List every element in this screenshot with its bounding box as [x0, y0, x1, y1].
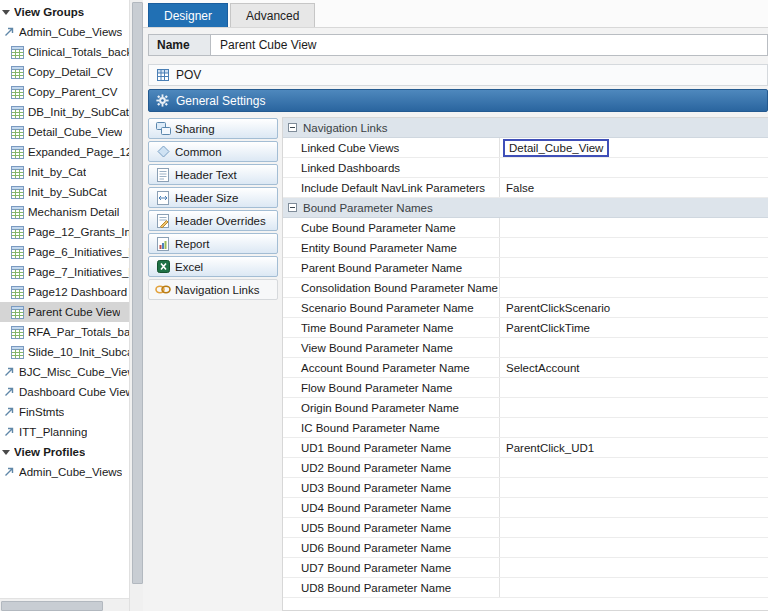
view-group-icon — [3, 366, 15, 378]
settings-menu-navigation-links[interactable]: Navigation Links — [148, 279, 278, 300]
tree-item-copy-detail-cv[interactable]: Copy_Detail_CV — [0, 62, 129, 82]
property-value[interactable]: SelectAccount — [499, 358, 768, 377]
tree-item-init-by-subcat[interactable]: Init_by_SubCat — [0, 182, 129, 202]
property-row-ud6-bound-parameter-name: UD6 Bound Parameter Name — [283, 538, 768, 558]
settings-menu-sharing[interactable]: Sharing — [148, 118, 278, 139]
property-name: Entity Bound Parameter Name — [283, 238, 499, 257]
tree-item-label: DB_Init_by_SubCat — [28, 106, 129, 118]
property-value[interactable] — [499, 378, 768, 397]
tree-item-admin-cube-views[interactable]: Admin_Cube_Views — [0, 22, 129, 42]
property-row-time-bound-parameter-name: Time Bound Parameter NameParentClickTime — [283, 318, 768, 338]
tree-item-view-profiles[interactable]: View Profiles — [0, 442, 129, 462]
tree-item-copy-parent-cv[interactable]: Copy_Parent_CV — [0, 82, 129, 102]
settings-menu-header-text[interactable]: Header Text — [148, 164, 278, 185]
property-value[interactable] — [499, 238, 768, 257]
settings-menu-header-size[interactable]: Header Size — [148, 187, 278, 208]
collapse-icon[interactable] — [288, 123, 297, 132]
tree-item-parent-cube-view[interactable]: Parent Cube View — [0, 302, 129, 322]
property-name: UD7 Bound Parameter Name — [283, 558, 499, 577]
general-settings-header[interactable]: General Settings — [148, 89, 768, 112]
common-icon — [154, 145, 172, 158]
tree-item-page-7-initiatives-by-subcat[interactable]: Page_7_Initiatives_by_SubCat — [0, 262, 129, 282]
sharing-icon — [154, 122, 172, 135]
tree-item-view-groups[interactable]: View Groups — [0, 2, 129, 22]
property-row-ud1-bound-parameter-name: UD1 Bound Parameter NameParentClick_UD1 — [283, 438, 768, 458]
settings-menu-excel[interactable]: Excel — [148, 256, 278, 277]
tree-item-db-init-by-subcat[interactable]: DB_Init_by_SubCat — [0, 102, 129, 122]
tree-item-dashboard-cube-views[interactable]: Dashboard Cube Views — [0, 382, 129, 402]
tree-item-label: Expanded_Page_12_working — [28, 146, 129, 158]
tree-item-page-12-grants-initiatives[interactable]: Page_12_Grants_Initiatives — [0, 222, 129, 242]
pov-grid-icon — [156, 68, 170, 82]
property-value[interactable] — [499, 418, 768, 437]
tree-item-label: FinStmts — [19, 406, 64, 418]
settings-menu-common[interactable]: Common — [148, 141, 278, 162]
focused-cell[interactable]: Detail_Cube_View — [503, 139, 609, 157]
property-grid: Navigation LinksLinked Cube ViewsDetail_… — [282, 117, 768, 611]
tab-advanced[interactable]: Advanced — [230, 3, 315, 27]
property-value[interactable]: ParentClickScenario — [499, 298, 768, 317]
view-group-icon — [3, 466, 15, 478]
property-value[interactable] — [499, 398, 768, 417]
tree-item-bjc-misc-cube-views[interactable]: BJC_Misc_Cube_Views — [0, 362, 129, 382]
tree-item-init-by-cat[interactable]: Init_by_Cat — [0, 162, 129, 182]
tree-item-label: Copy_Detail_CV — [28, 66, 113, 78]
property-value[interactable] — [499, 258, 768, 277]
name-value[interactable]: Parent Cube View — [211, 35, 767, 55]
tree-item-clinical-totals-backup[interactable]: Clinical_Totals_backup — [0, 42, 129, 62]
settings-menu-report[interactable]: Report — [148, 233, 278, 254]
settings-menu-label: Report — [175, 238, 210, 250]
tree-item-detail-cube-view[interactable]: Detail_Cube_View — [0, 122, 129, 142]
settings-menu-label: Common — [175, 146, 222, 158]
property-value[interactable] — [499, 498, 768, 517]
property-value[interactable] — [499, 558, 768, 577]
tree-item-label: Parent Cube View — [28, 306, 120, 318]
property-value[interactable] — [499, 158, 768, 177]
pov-label: POV — [176, 68, 201, 82]
tree-item-finstmts[interactable]: FinStmts — [0, 402, 129, 422]
property-value[interactable] — [499, 538, 768, 557]
tree-item-slide-10-init-subcat-by-me[interactable]: Slide_10_Init_Subcat_by_Me — [0, 342, 129, 362]
property-row-account-bound-parameter-name: Account Bound Parameter NameSelectAccoun… — [283, 358, 768, 378]
tree-item-label: View Groups — [14, 6, 84, 18]
tree-item-mechanism-detail[interactable]: Mechanism Detail — [0, 202, 129, 222]
tree-item-label: Mechanism Detail — [28, 206, 119, 218]
property-value[interactable] — [499, 478, 768, 497]
property-value[interactable] — [499, 518, 768, 537]
general-settings-label: General Settings — [176, 94, 265, 108]
property-name: Origin Bound Parameter Name — [283, 398, 499, 417]
property-value[interactable]: ParentClickTime — [499, 318, 768, 337]
property-value[interactable]: Detail_Cube_View — [499, 138, 768, 157]
pov-bar[interactable]: POV — [148, 64, 768, 86]
designer-panel: DesignerAdvanced Name Parent Cube View P… — [143, 0, 768, 611]
cube-view-icon — [11, 46, 24, 59]
tree-item-rfa-par-totals-backup[interactable]: RFA_Par_Totals_backup — [0, 322, 129, 342]
property-row-include-default-navlink-parameters: Include Default NavLink ParametersFalse — [283, 178, 768, 198]
property-value[interactable] — [499, 278, 768, 297]
vertical-scrollbar-thumb[interactable] — [132, 2, 143, 584]
tree-horizontal-scrollbar[interactable] — [0, 598, 129, 611]
cube-view-icon — [11, 66, 24, 79]
property-value[interactable] — [499, 458, 768, 477]
property-row-origin-bound-parameter-name: Origin Bound Parameter Name — [283, 398, 768, 418]
property-value[interactable] — [499, 218, 768, 237]
property-value[interactable]: False — [499, 178, 768, 197]
property-group-navigation-links[interactable]: Navigation Links — [283, 118, 768, 138]
property-value[interactable] — [499, 578, 768, 597]
property-value[interactable] — [499, 338, 768, 357]
tree-item-expanded-page-12-working[interactable]: Expanded_Page_12_working — [0, 142, 129, 162]
property-value[interactable]: ParentClick_UD1 — [499, 438, 768, 457]
expander-icon[interactable] — [2, 10, 10, 15]
horizontal-scrollbar-thumb[interactable] — [1, 601, 103, 611]
tree-item-page-6-initiatives-by-categ[interactable]: Page_6_Initiatives_by_Categ — [0, 242, 129, 262]
collapse-icon[interactable] — [288, 203, 297, 212]
property-group-bound-parameter-names[interactable]: Bound Parameter Names — [283, 198, 768, 218]
settings-menu-header-overrides[interactable]: Header Overrides — [148, 210, 278, 231]
tab-designer[interactable]: Designer — [148, 3, 228, 27]
tree-item-itt-planning[interactable]: ITT_Planning — [0, 422, 129, 442]
tree-item-admin-cube-views[interactable]: Admin_Cube_Views — [0, 462, 129, 482]
tree-item-label: Page_7_Initiatives_by_SubCat — [28, 266, 129, 278]
tree-item-page12-dashboard[interactable]: Page12 Dashboard — [0, 282, 129, 302]
expander-icon[interactable] — [2, 450, 10, 455]
tree-vertical-scrollbar[interactable] — [129, 0, 143, 611]
